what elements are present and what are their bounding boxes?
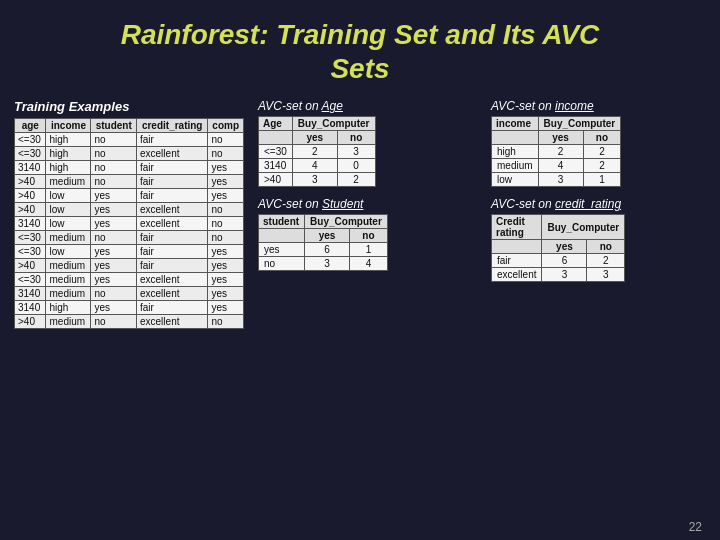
table-cell: 2	[587, 254, 625, 268]
table-cell: no	[91, 231, 137, 245]
table-cell: 2	[583, 159, 621, 173]
table-cell: yes	[91, 189, 137, 203]
avc-age-block: AVC-set on Age Age Buy_Computer yes no	[258, 99, 473, 187]
table-cell: no	[208, 217, 244, 231]
avc-credit-title: AVC-set on credit_rating	[491, 197, 706, 211]
table-cell: yes	[208, 287, 244, 301]
table-cell: high	[492, 145, 539, 159]
table-cell: high	[46, 161, 91, 175]
table-cell: 6	[542, 254, 587, 268]
avc-student-rowheader: student	[259, 215, 305, 229]
table-cell: yes	[91, 245, 137, 259]
avc-credit-colheader: Buy_Computer	[542, 215, 625, 240]
table-cell: <=30	[15, 273, 46, 287]
table-cell: 3140	[15, 287, 46, 301]
avc-student-yes: yes	[305, 229, 350, 243]
table-cell: no	[91, 133, 137, 147]
table-cell: <=30	[15, 245, 46, 259]
table-cell: yes	[91, 259, 137, 273]
table-cell: 3140	[259, 159, 293, 173]
page-title: Rainforest: Training Set and Its AVC Set…	[0, 0, 720, 93]
table-cell: yes	[208, 245, 244, 259]
table-cell: low	[46, 189, 91, 203]
table-cell: low	[46, 217, 91, 231]
avc-credit-table: Creditrating Buy_Computer yes no fair62e…	[491, 214, 625, 282]
table-cell: excellent	[137, 273, 208, 287]
avc-credit-yes: yes	[542, 240, 587, 254]
table-cell: 3	[305, 257, 350, 271]
table-cell: excellent	[137, 203, 208, 217]
table-cell: yes	[208, 273, 244, 287]
table-cell: yes	[208, 175, 244, 189]
avc-income-block: AVC-set on income income Buy_Computer ye…	[491, 99, 706, 187]
table-cell: excellent	[492, 268, 542, 282]
col-student: student	[91, 119, 137, 133]
table-cell: no	[208, 133, 244, 147]
table-cell: fair	[137, 301, 208, 315]
table-cell: 1	[350, 243, 388, 257]
table-cell: no	[91, 147, 137, 161]
table-cell: excellent	[137, 315, 208, 329]
table-cell: fair	[137, 259, 208, 273]
table-cell: yes	[91, 273, 137, 287]
table-cell: <=30	[15, 147, 46, 161]
table-cell: medium	[46, 175, 91, 189]
table-cell: >40	[15, 203, 46, 217]
table-cell: low	[492, 173, 539, 187]
avc-income-title: AVC-set on income	[491, 99, 706, 113]
table-cell: medium	[46, 273, 91, 287]
table-cell: no	[91, 315, 137, 329]
table-cell: >40	[15, 315, 46, 329]
table-cell: 4	[292, 159, 337, 173]
table-cell: medium	[46, 315, 91, 329]
table-cell: 2	[337, 173, 375, 187]
table-cell: yes	[91, 301, 137, 315]
table-cell: fair	[137, 189, 208, 203]
table-cell: no	[91, 175, 137, 189]
avc-income-empty	[492, 131, 539, 145]
avc-age-rowheader: Age	[259, 117, 293, 131]
table-cell: 3	[587, 268, 625, 282]
table-cell: >40	[15, 189, 46, 203]
page-number: 22	[689, 520, 702, 534]
table-cell: fair	[137, 161, 208, 175]
table-cell: 1	[583, 173, 621, 187]
table-cell: fair	[492, 254, 542, 268]
table-cell: medium	[492, 159, 539, 173]
avc-student-block: AVC-set on Student student Buy_Computer …	[258, 197, 473, 282]
table-cell: 3140	[15, 217, 46, 231]
avc-age-colheader: Buy_Computer	[292, 117, 375, 131]
table-cell: high	[46, 147, 91, 161]
table-cell: yes	[208, 259, 244, 273]
col-income: income	[46, 119, 91, 133]
training-section: Training Examples age income student cre…	[14, 99, 244, 329]
table-cell: fair	[137, 245, 208, 259]
training-label: Training Examples	[14, 99, 244, 114]
avc-income-colheader: Buy_Computer	[538, 117, 621, 131]
avc-age-title: AVC-set on Age	[258, 99, 473, 113]
avc-student-colheader: Buy_Computer	[305, 215, 388, 229]
table-cell: <=30	[259, 145, 293, 159]
table-cell: 0	[337, 159, 375, 173]
table-cell: yes	[208, 161, 244, 175]
table-cell: >40	[15, 175, 46, 189]
table-cell: yes	[259, 243, 305, 257]
table-cell: no	[208, 203, 244, 217]
table-cell: 2	[292, 145, 337, 159]
table-cell: high	[46, 133, 91, 147]
table-cell: fair	[137, 175, 208, 189]
col-credit: credit_rating	[137, 119, 208, 133]
table-cell: <=30	[15, 231, 46, 245]
table-cell: 2	[583, 145, 621, 159]
table-cell: excellent	[137, 287, 208, 301]
table-cell: 2	[538, 145, 583, 159]
table-cell: medium	[46, 287, 91, 301]
table-cell: 3	[292, 173, 337, 187]
table-cell: high	[46, 301, 91, 315]
training-table: age income student credit_rating comp <=…	[14, 118, 244, 329]
avc-income-no: no	[583, 131, 621, 145]
avc-row-2: AVC-set on Student student Buy_Computer …	[258, 197, 706, 282]
avc-credit-block: AVC-set on credit_rating Creditrating Bu…	[491, 197, 706, 282]
table-cell: 3140	[15, 161, 46, 175]
avc-age-empty	[259, 131, 293, 145]
